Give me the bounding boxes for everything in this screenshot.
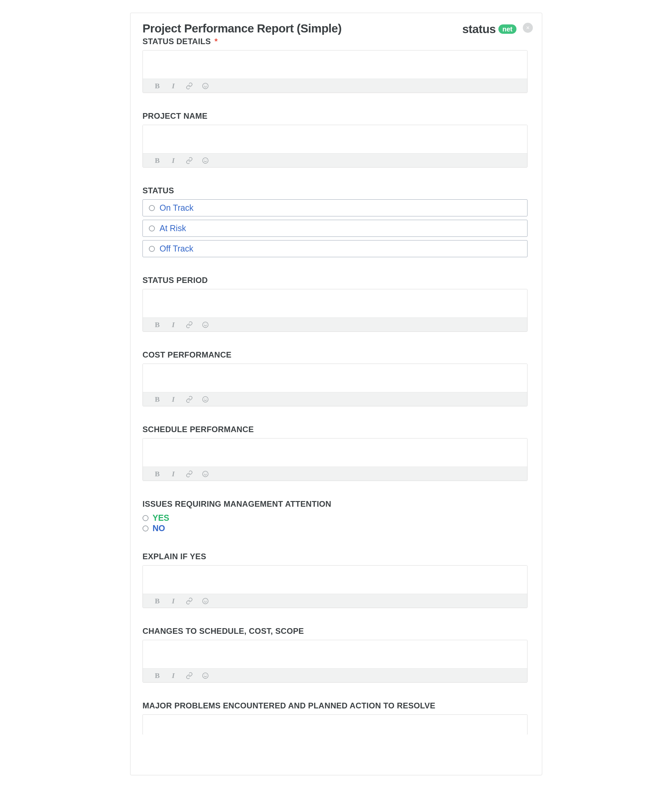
italic-button[interactable]: I: [170, 82, 177, 90]
link-button[interactable]: [186, 157, 193, 164]
brand-logo: status net: [462, 22, 516, 36]
section-issues: ISSUES REQUIRING MANAGEMENT ATTENTION YE…: [143, 499, 530, 533]
link-button[interactable]: [186, 597, 193, 605]
radio-icon: [143, 515, 148, 521]
bold-button[interactable]: B: [154, 470, 161, 478]
editor-status-period: B I: [143, 289, 527, 332]
status-option-on-track-label: On Track: [159, 203, 194, 213]
issues-option-no-label: NO: [153, 523, 165, 533]
italic-button[interactable]: I: [170, 321, 177, 329]
italic-button[interactable]: I: [170, 597, 177, 605]
link-icon: [186, 321, 193, 329]
smile-icon: [202, 321, 209, 328]
status-option-off-track[interactable]: Off Track: [143, 240, 527, 257]
editor-changes-toolbar: B I: [143, 668, 527, 682]
label-status-details: STATUS DETAILS *: [143, 37, 530, 46]
editor-schedule-performance-body[interactable]: [143, 439, 527, 467]
bold-button[interactable]: B: [154, 672, 161, 679]
page-title: Project Performance Report (Simple): [143, 22, 342, 35]
close-icon: ×: [526, 25, 530, 31]
link-icon: [186, 470, 193, 478]
modal-dialog: × Project Performance Report (Simple) st…: [130, 13, 542, 775]
label-cost-performance: COST PERFORMANCE: [143, 350, 530, 360]
link-icon: [186, 82, 193, 90]
editor-cost-performance-body[interactable]: [143, 364, 527, 392]
svg-point-18: [203, 673, 208, 678]
brand-logo-badge: net: [498, 24, 516, 34]
link-icon: [186, 396, 193, 403]
issues-option-no[interactable]: NO: [143, 523, 530, 533]
smile-icon: [202, 157, 209, 164]
emoji-button[interactable]: [202, 597, 209, 605]
emoji-button[interactable]: [202, 470, 209, 478]
radio-icon: [149, 246, 155, 252]
editor-explain-if-yes: B I: [143, 565, 527, 608]
editor-project-name: B I: [143, 125, 527, 168]
svg-point-9: [203, 396, 208, 402]
editor-major-problems-body[interactable]: [143, 715, 527, 735]
smile-icon: [202, 83, 209, 89]
editor-changes-body[interactable]: [143, 640, 527, 668]
status-option-at-risk-label: At Risk: [159, 223, 186, 233]
link-icon: [186, 672, 193, 679]
editor-project-name-toolbar: B I: [143, 153, 527, 167]
label-changes: CHANGES TO SCHEDULE, COST, SCOPE: [143, 626, 530, 636]
issues-radio-list: YES NO: [143, 513, 530, 533]
link-icon: [186, 157, 193, 164]
status-option-at-risk[interactable]: At Risk: [143, 220, 527, 237]
bold-button[interactable]: B: [154, 597, 161, 605]
italic-button[interactable]: I: [170, 470, 177, 478]
status-option-on-track[interactable]: On Track: [143, 199, 527, 216]
link-button[interactable]: [186, 396, 193, 403]
brand-logo-text: status: [462, 22, 496, 36]
section-major-problems: MAJOR PROBLEMS ENCOUNTERED AND PLANNED A…: [143, 701, 530, 735]
svg-point-15: [203, 598, 208, 604]
label-status-details-text: STATUS DETAILS: [143, 37, 211, 46]
editor-changes: B I: [143, 640, 527, 683]
emoji-button[interactable]: [202, 157, 209, 164]
italic-button[interactable]: I: [170, 157, 177, 164]
link-button[interactable]: [186, 321, 193, 329]
link-button[interactable]: [186, 82, 193, 90]
status-option-off-track-label: Off Track: [159, 244, 194, 253]
italic-button[interactable]: I: [170, 672, 177, 679]
editor-project-name-body[interactable]: [143, 125, 527, 153]
smile-icon: [202, 598, 209, 604]
radio-icon: [149, 225, 155, 231]
bold-button[interactable]: B: [154, 82, 161, 90]
editor-explain-if-yes-body[interactable]: [143, 566, 527, 594]
issues-option-yes[interactable]: YES: [143, 513, 530, 523]
section-status: STATUS On Track At Risk Off Track: [143, 186, 530, 257]
section-schedule-performance: SCHEDULE PERFORMANCE B I: [143, 425, 530, 481]
section-explain-if-yes: EXPLAIN IF YES B I: [143, 552, 530, 608]
section-changes: CHANGES TO SCHEDULE, COST, SCOPE B I: [143, 626, 530, 683]
emoji-button[interactable]: [202, 396, 209, 403]
emoji-button[interactable]: [202, 82, 209, 90]
label-explain-if-yes: EXPLAIN IF YES: [143, 552, 530, 561]
label-status-period: STATUS PERIOD: [143, 276, 530, 285]
editor-cost-performance-toolbar: B I: [143, 392, 527, 406]
link-button[interactable]: [186, 470, 193, 478]
close-button[interactable]: ×: [523, 23, 533, 33]
editor-status-details-toolbar: B I: [143, 79, 527, 93]
emoji-button[interactable]: [202, 672, 209, 679]
required-indicator: *: [214, 37, 218, 46]
link-icon: [186, 597, 193, 605]
editor-cost-performance: B I: [143, 363, 527, 406]
link-button[interactable]: [186, 672, 193, 679]
editor-major-problems: [143, 714, 527, 735]
editor-status-period-body[interactable]: [143, 289, 527, 318]
italic-button[interactable]: I: [170, 396, 177, 403]
section-status-details: STATUS DETAILS * B I: [143, 37, 530, 93]
editor-status-details-body[interactable]: [143, 50, 527, 79]
bold-button[interactable]: B: [154, 396, 161, 403]
editor-status-period-toolbar: B I: [143, 318, 527, 332]
label-project-name: PROJECT NAME: [143, 112, 530, 121]
emoji-button[interactable]: [202, 321, 209, 329]
bold-button[interactable]: B: [154, 321, 161, 329]
label-issues: ISSUES REQUIRING MANAGEMENT ATTENTION: [143, 499, 530, 509]
smile-icon: [202, 471, 209, 477]
section-cost-performance: COST PERFORMANCE B I: [143, 350, 530, 406]
bold-button[interactable]: B: [154, 157, 161, 164]
smile-icon: [202, 672, 209, 679]
